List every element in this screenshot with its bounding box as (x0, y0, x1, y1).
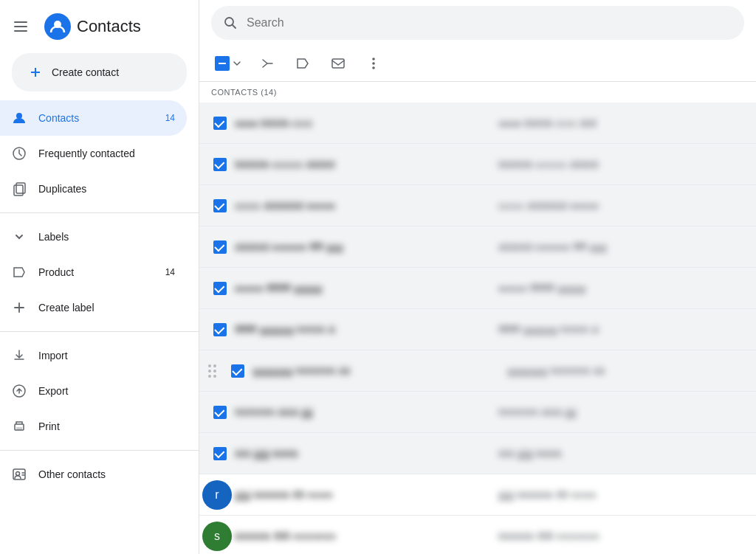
table-row[interactable]: eeeee fffffffff ggggg eeeee fffffffff gg… (199, 268, 756, 309)
table-row[interactable]: r jjjjjjj kkkkkkk lllll mmm jjjjjjj kkkk… (199, 474, 756, 516)
svg-point-18 (372, 62, 375, 65)
topbar (199, 0, 756, 46)
sidebar-item-export[interactable]: Export (0, 373, 187, 409)
main-content: CONTACTS (14) aaaa bbbbb cccc aaaa bbbbb… (199, 0, 756, 554)
contact-email: eeeee fffffffff ggggg (498, 283, 750, 294)
merge-button[interactable] (252, 49, 282, 78)
table-row[interactable]: hhhhhhh iiiiiiiii jjjjj hhhhhhh iiiiiiii… (199, 392, 756, 433)
contact-email: ggggggg hhhhhhh iiiii (507, 365, 750, 377)
svg-rect-0 (14, 21, 27, 23)
contact-name: ffffffff gggggg hhhhh iii (235, 324, 487, 336)
contacts-badge: 14 (165, 113, 175, 123)
contact-name: eeeee fffffffff ggggg (235, 283, 487, 294)
divider-1 (0, 212, 199, 213)
table-row[interactable]: dddddd eeeeee fffff ggg dddddd eeeeee ff… (199, 226, 756, 268)
logo-circle (44, 13, 71, 40)
contact-checkbox[interactable]: s (205, 522, 235, 551)
svg-rect-16 (332, 59, 344, 68)
contact-info: dddddd eeeeee fffff ggg dddddd eeeeee ff… (235, 241, 750, 253)
contacts-count-label: CONTACTS (14) (211, 88, 277, 97)
contact-checkbox[interactable]: r (205, 480, 235, 510)
sidebar: Contacts Create contact Contacts 14 Freq… (0, 0, 199, 554)
contact-checkbox[interactable] (205, 274, 235, 303)
email-icon (331, 56, 346, 71)
table-row[interactable]: ggggggg hhhhhhh iiiii ggggggg hhhhhhh ii… (199, 350, 756, 392)
plus-icon (27, 63, 44, 81)
select-all-button[interactable] (211, 49, 247, 78)
hamburger-menu-button[interactable] (6, 12, 35, 41)
table-row[interactable]: aaaa bbbbb cccc aaaa bbbbb cccc ddd (199, 103, 756, 144)
other-contacts-icon (12, 467, 27, 482)
contact-name: aaaa bbbbb cccc (235, 117, 487, 129)
labels-collapse-icon (12, 229, 27, 244)
contact-info: iiiiiii jjjjjjj kkkkk iiiiiii jjjjjjj kk… (235, 448, 750, 460)
search-bar[interactable] (211, 6, 744, 40)
create-contact-label: Create contact (52, 66, 119, 78)
contact-checkbox[interactable] (205, 315, 235, 344)
contact-checkbox[interactable] (205, 108, 235, 138)
checkbox-checked-icon (213, 117, 227, 130)
sidebar-item-product[interactable]: Product 14 (0, 255, 187, 290)
other-contacts-label: Other contacts (38, 468, 106, 480)
frequently-contacted-icon (12, 146, 27, 161)
labels-section-header[interactable]: Labels (0, 219, 199, 255)
divider-2 (0, 331, 199, 332)
sidebar-item-import[interactable]: Import (0, 338, 187, 373)
avatar: s (202, 522, 232, 551)
sidebar-item-frequently-contacted[interactable]: Frequently contacted (0, 136, 187, 171)
contact-info: ccccc ddddddd eeeee ccccc ddddddd eeeee (235, 200, 750, 212)
table-row[interactable]: bbbbbb cccccc ddddd bbbbbb cccccc ddddd (199, 144, 756, 185)
contact-name: ggggggg hhhhhhh iiiii (252, 365, 495, 377)
search-input[interactable] (247, 16, 732, 30)
svg-rect-1 (14, 26, 27, 27)
create-contact-button[interactable]: Create contact (12, 53, 187, 91)
contact-checkbox[interactable] (205, 232, 235, 262)
contact-checkbox[interactable] (205, 150, 235, 179)
contact-info: ggggggg hhhhhhh iiiii ggggggg hhhhhhh ii… (252, 365, 750, 377)
divider-3 (0, 450, 199, 451)
send-email-button[interactable] (323, 49, 353, 78)
checkbox-checked-icon (213, 240, 227, 254)
contact-checkbox[interactable] (205, 439, 235, 468)
svg-point-4 (16, 113, 22, 119)
labels-header-label: Labels (38, 231, 69, 243)
checkbox-checked-icon (213, 406, 227, 419)
label-button[interactable] (288, 49, 317, 78)
svg-rect-12 (16, 427, 22, 430)
contact-checkbox[interactable] (205, 191, 235, 221)
sidebar-item-print[interactable]: Print (0, 409, 187, 444)
contact-checkbox[interactable] (223, 356, 252, 386)
contact-name: bbbbbb cccccc ddddd (235, 159, 487, 170)
label-icon (295, 56, 310, 71)
checkbox-checked-icon (213, 158, 227, 171)
table-row[interactable]: ffffffff gggggg hhhhh iii ffffffff ggggg… (199, 309, 756, 350)
checkbox-checked-icon (213, 282, 227, 295)
merge-icon (260, 56, 275, 71)
table-row[interactable]: ccccc ddddddd eeeee ccccc ddddddd eeeee (199, 185, 756, 226)
contact-info: hhhhhhh iiiiiiiii jjjjj hhhhhhh iiiiiiii… (235, 406, 750, 418)
sidebar-item-create-label[interactable]: Create label (0, 290, 187, 325)
contact-email: hhhhhhh iiiiiiiii jjjjj (498, 406, 750, 418)
select-dropdown-icon (231, 58, 243, 69)
svg-rect-7 (16, 183, 25, 193)
contact-name: hhhhhhh iiiiiiiii jjjjj (235, 406, 487, 418)
sidebar-header: Contacts (0, 6, 199, 53)
duplicates-icon (12, 181, 27, 196)
contact-info: jjjjjjj kkkkkkk lllll mmm jjjjjjj kkkkkk… (235, 489, 750, 501)
contacts-label: Contacts (38, 112, 79, 124)
select-all-checkbox (215, 56, 230, 71)
sidebar-item-duplicates[interactable]: Duplicates (0, 171, 187, 207)
contact-email: kkkkkkk lllllll mmmmm (498, 530, 750, 542)
contact-name: ccccc ddddddd eeeee (235, 200, 487, 212)
product-label: Product (38, 266, 74, 278)
drag-handle[interactable] (205, 364, 223, 378)
table-row[interactable]: s kkkkkkk lllllll mmmmm kkkkkkk lllllll … (199, 516, 756, 554)
more-options-button[interactable] (359, 49, 388, 78)
contact-email: iiiiiii jjjjjjj kkkkk (498, 448, 750, 460)
sidebar-item-contacts[interactable]: Contacts 14 (0, 100, 187, 136)
sidebar-item-other-contacts[interactable]: Other contacts (0, 457, 187, 492)
table-row[interactable]: iiiiiii jjjjjjj kkkkk iiiiiii jjjjjjj kk… (199, 433, 756, 474)
app-logo: Contacts (44, 13, 141, 40)
svg-point-17 (372, 58, 375, 60)
contact-checkbox[interactable] (205, 398, 235, 427)
